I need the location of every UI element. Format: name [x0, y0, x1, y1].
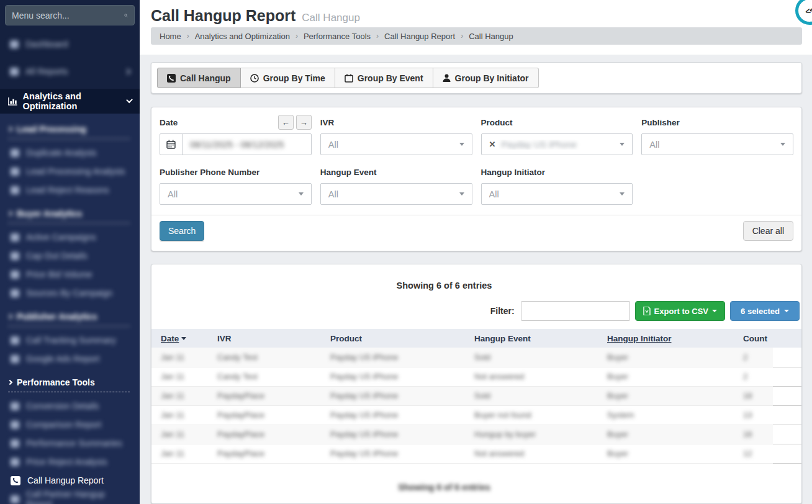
- search-button[interactable]: Search: [160, 221, 204, 241]
- column-header-hangup-initiator[interactable]: Hangup Initiator: [602, 329, 738, 348]
- sidebar-item-analytics-and-optimization[interactable]: Analytics and Optimization: [0, 89, 140, 114]
- column-header-hangup-event[interactable]: Hangup Event: [469, 329, 602, 348]
- sidebar-section-header: Buyer Analytics: [8, 209, 130, 223]
- breadcrumb-call-hangup-report[interactable]: Call Hangup Report: [384, 32, 455, 41]
- sidebar-item[interactable]: Lead Reject Reasons: [0, 181, 140, 199]
- sidebar-item-label: Call Hangup Report: [27, 475, 104, 485]
- filter-field-hangup-initiator: Hangup Initiator All: [481, 164, 633, 205]
- cell-hangup-event: Hungup by buyer: [474, 430, 536, 439]
- select-value: All: [168, 189, 178, 199]
- sidebar-item-all-reports[interactable]: All Reports: [0, 58, 140, 85]
- sidebar-item[interactable]: Cap Out Details: [0, 246, 140, 265]
- caret-down-icon: [459, 192, 464, 196]
- sidebar-item[interactable]: Price Reject Analysis: [0, 452, 140, 471]
- page-title: Call Hangup Report: [151, 7, 295, 25]
- sidebar-item[interactable]: Duplicate Analysis: [0, 143, 140, 162]
- table-row[interactable]: Jan 11 PaydayPlace Payday US iPhone Buye…: [151, 405, 801, 425]
- arrow-left-icon: ←: [282, 118, 290, 127]
- sidebar-item-label: All Reports: [25, 66, 68, 76]
- results-table: Date IVR Product Hangup Event Hangup Ini…: [151, 329, 801, 464]
- table-row[interactable]: Jan 11 Candy Test Payday US iPhone Sold …: [151, 348, 801, 367]
- cell-hangup-event: Not answered: [474, 449, 524, 458]
- main-area: Call Hangup Report Call Hangup Home › An…: [140, 0, 812, 504]
- breadcrumb: Home › Analytics and Optimization › Perf…: [151, 27, 802, 45]
- breadcrumb-performance-tools[interactable]: Performance Tools: [304, 32, 371, 41]
- filter-field-publisher: Publisher All: [641, 115, 793, 155]
- sidebar-item[interactable]: Call Tracking Summary: [0, 331, 140, 349]
- content-area: Call Hangup Group By Time: [140, 55, 812, 504]
- filter-label: Hangup Initiator: [481, 168, 546, 177]
- publisher-select[interactable]: All: [641, 133, 793, 155]
- filter-label: Date: [160, 118, 178, 127]
- column-header-count[interactable]: Count: [738, 329, 773, 348]
- column-header-date[interactable]: Date: [151, 329, 212, 348]
- menu-search-input[interactable]: [12, 11, 124, 20]
- clear-selection-icon[interactable]: ✕: [489, 140, 496, 149]
- sidebar-item[interactable]: Google Ads Report: [0, 349, 140, 368]
- breadcrumb-separator-icon: ›: [187, 32, 189, 40]
- clear-all-button[interactable]: Clear all: [743, 221, 793, 241]
- cell-count: 16: [743, 430, 752, 439]
- table-row[interactable]: Jan 11 PaydayPlace Payday US iPhone Hung…: [151, 425, 801, 444]
- sidebar-item[interactable]: Lead Processing Analysis: [0, 162, 140, 181]
- table-toolbar: Filter: Export to CSV 6 selected: [151, 290, 801, 329]
- tab-group-by-initiator[interactable]: Group By Initiator: [433, 68, 539, 88]
- publisher-phone-select[interactable]: All: [160, 183, 312, 205]
- sidebar-item-label: Call Tracking Summary: [26, 335, 116, 345]
- column-header-product[interactable]: Product: [325, 329, 469, 348]
- column-label: Count: [743, 334, 767, 343]
- sidebar-item-call-hangup-report[interactable]: Call Hangup Report: [0, 471, 140, 490]
- cell-date: Jan 11: [161, 449, 184, 458]
- date-next-button[interactable]: →: [296, 115, 312, 130]
- table-filter-input[interactable]: [521, 301, 630, 321]
- sidebar-item[interactable]: Call Partner Hangup Report: [0, 490, 140, 504]
- breadcrumb-separator-icon: ›: [376, 32, 379, 40]
- sidebar-item[interactable]: Comparison Report: [0, 415, 140, 434]
- breadcrumb-analytics[interactable]: Analytics and Optimization: [195, 32, 290, 41]
- hangup-event-select[interactable]: All: [320, 183, 472, 205]
- sidebar-section-header: Lead Processing: [8, 124, 130, 139]
- calendar-icon[interactable]: [160, 134, 183, 155]
- hangup-initiator-select[interactable]: All: [481, 183, 633, 205]
- date-range-input[interactable]: 08/11/2025 - 08/12/2025: [160, 133, 312, 155]
- selected-label: 6 selected: [741, 307, 780, 316]
- results-card: Showing 6 of 6 entries Filter: Export to…: [151, 264, 802, 504]
- tab-group-by-time[interactable]: Group By Time: [241, 68, 335, 88]
- sidebar-item[interactable]: Performance Summaries: [0, 434, 140, 452]
- cell-count: 12: [743, 449, 752, 458]
- sidebar-section-header-performance-tools[interactable]: Performance Tools: [8, 377, 130, 392]
- sidebar-item[interactable]: Active Campaigns: [0, 228, 140, 246]
- export-to-csv-button[interactable]: Export to CSV: [635, 301, 725, 321]
- report-icon: [11, 168, 19, 176]
- report-icon: [11, 458, 19, 466]
- sidebar-item-dashboard[interactable]: Dashboard: [0, 30, 140, 58]
- sidebar-item[interactable]: Conversion Details: [0, 397, 140, 415]
- ivr-select[interactable]: All: [320, 133, 472, 155]
- cell-date: Jan 11: [161, 430, 184, 439]
- dashboard-icon: [10, 40, 19, 48]
- tab-group-by-event[interactable]: Group By Event: [335, 68, 433, 88]
- sidebar-item[interactable]: Price Bid Volume: [0, 265, 140, 284]
- tab-call-hangup[interactable]: Call Hangup: [157, 68, 241, 88]
- table-row[interactable]: Jan 11 PaydayPlace Payday US iPhone Not …: [151, 444, 801, 463]
- menu-search-box[interactable]: [5, 5, 135, 25]
- phone-square-icon: [167, 74, 176, 83]
- filter-field-hangup-event: Hangup Event All: [320, 164, 472, 205]
- section-header-label: Publisher Analytics: [17, 312, 97, 322]
- cell-hangup-initiator: Buyer: [607, 353, 628, 362]
- cell-date: Jan 11: [161, 391, 184, 400]
- sidebar-item-label: Lead Reject Reasons: [26, 185, 109, 195]
- sidebar-item-label: Price Reject Analysis: [26, 457, 107, 467]
- table-row[interactable]: Jan 11 PaydayPlace Payday US iPhone Sold…: [151, 386, 801, 405]
- table-row[interactable]: Jan 11 Candy Test Payday US iPhone Not a…: [151, 367, 801, 386]
- sidebar-item[interactable]: Sources By Campaign: [0, 284, 140, 302]
- columns-selected-dropdown[interactable]: 6 selected: [730, 301, 800, 321]
- column-header-ivr[interactable]: IVR: [212, 329, 325, 348]
- cell-hangup-event: Not answered: [474, 372, 524, 381]
- date-prev-button[interactable]: ←: [278, 115, 294, 130]
- breadcrumb-home[interactable]: Home: [160, 32, 181, 41]
- cell-date: Jan 11: [161, 353, 184, 362]
- product-select[interactable]: ✕ Payday US iPhone: [481, 133, 633, 155]
- cell-product: Payday US iPhone: [330, 353, 398, 362]
- caret-down-icon: [712, 310, 717, 312]
